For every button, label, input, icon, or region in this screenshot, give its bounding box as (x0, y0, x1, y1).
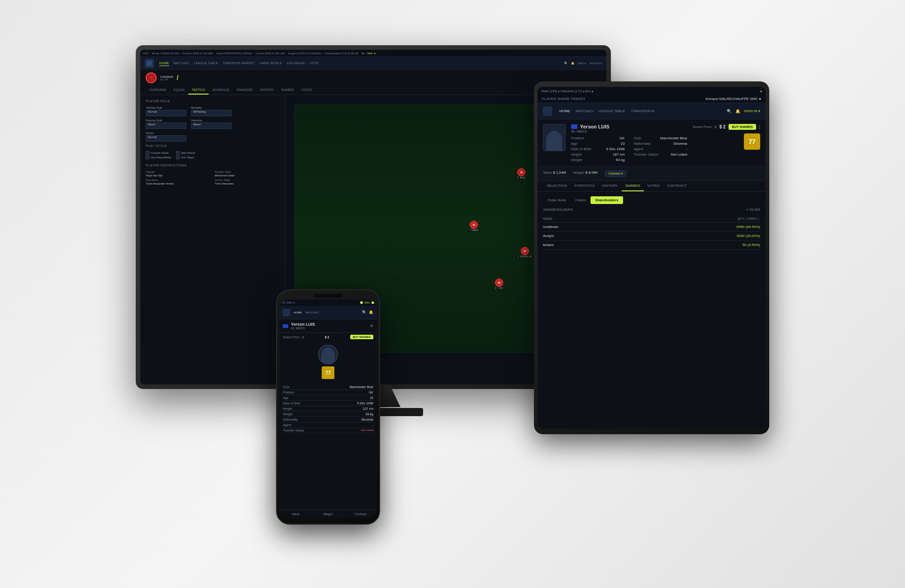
phone-nav-logo[interactable] (283, 309, 290, 316)
tab-overview[interactable]: OVERVIEW (146, 86, 170, 95)
tablet-signin[interactable]: SIGN IN ▾ (744, 109, 760, 113)
token-circle-1: 95 (517, 168, 525, 176)
mentality-select[interactable]: WifTacting (191, 110, 232, 116)
phone-tab-value[interactable]: Value (279, 510, 312, 518)
nav-exchange[interactable]: EXCHANGE (287, 61, 305, 66)
token-circle-3: 93 (521, 247, 529, 255)
attacking-select[interactable]: Mixed (191, 123, 232, 129)
phone-buy-shares-button[interactable]: BUY SHARES (350, 335, 373, 339)
tablet-nav-league[interactable]: LEAGUE TABLE (599, 109, 625, 113)
ticker-item-2: Stuart ARMSTRONG [48306] → Lorient [326]… (216, 52, 285, 55)
tab-schedule[interactable]: SCHEDULE (209, 86, 233, 95)
captain-value: Virgil Van Dijk (146, 174, 210, 177)
tablet-bell-icon[interactable]: 🔔 (735, 109, 740, 114)
tablet-nav: HOME MATCHES LEAGUE TABLE TRANSFER M... … (538, 103, 766, 119)
cb-playermaker[interactable] (146, 156, 149, 159)
value-amount: $ 1.04M (553, 171, 566, 175)
tackling-select[interactable]: Normal (146, 110, 186, 116)
tab-shares[interactable]: SHARES (277, 86, 298, 95)
tab-statistics[interactable]: STATISTICS (571, 181, 598, 191)
filter-button[interactable]: ≡ FILTER (746, 208, 760, 211)
tab-contract[interactable]: CONTRACT (663, 181, 691, 191)
nav-matches[interactable]: MATCHES (174, 61, 190, 66)
subtab-orders[interactable]: Orders (571, 196, 591, 204)
phone-stats: Club Manchester Blue Position GK Age 23 (279, 383, 377, 435)
cb-target[interactable] (176, 156, 180, 159)
contract-button[interactable]: Contract ▾ (605, 171, 626, 177)
phone-search-icon[interactable]: 🔍 (362, 310, 367, 314)
share-user: Enrique MALRECHAUFFE SMC ● (706, 97, 761, 101)
tablet-search-icon[interactable]: 🔍 (727, 109, 732, 114)
buy-shares-button[interactable]: BUY SHARES (729, 124, 757, 130)
phone-nav-matches[interactable]: MATCHES (305, 311, 319, 314)
tab-selection[interactable]: SELECTION (543, 181, 571, 191)
corners-col: Corner Taker Trent Alexander (215, 179, 280, 185)
nav-home[interactable]: HOME (159, 61, 169, 66)
tablet-shareholders: Order Book Orders Shareholders SHAREHOLD… (538, 192, 766, 429)
nav-gameworld[interactable]: GAME WORLD (260, 61, 282, 66)
weight-value: 83 kg (616, 158, 625, 162)
tab-votes[interactable]: VOTES (644, 181, 663, 191)
phone-tab-contract[interactable]: Contract (344, 510, 377, 518)
shareholders-table: NAME ↑ QTY ( 10000 ) ↑ snailbrain 6950 (… (543, 215, 760, 250)
token-name-1: B. MANA (516, 177, 527, 179)
more-options[interactable]: | (759, 124, 760, 129)
subtab-shareholders[interactable]: Shareholders (591, 196, 623, 204)
stat-nationality: Nationality Slovenia (634, 142, 687, 146)
phone-stat-age: Age 23 (283, 395, 373, 401)
phone-transfer-value: Not Listed (361, 429, 373, 432)
token-circle-5: 95 (495, 279, 503, 287)
transfer-value: Not Listed (671, 152, 687, 156)
nav-league[interactable]: LEAGUE TABLE (194, 61, 218, 66)
bell-icon[interactable]: 🔔 (571, 62, 574, 65)
player-token-5: 95 K.Y. OCK (494, 279, 505, 289)
phone-position-label: Position (283, 391, 294, 394)
tablet-nav-home[interactable]: HOME (559, 109, 570, 113)
cb-manbehind[interactable] (176, 151, 180, 155)
phone-nav-right: 🔍 🔔 (362, 310, 373, 314)
tab-votes[interactable]: VOTES (298, 86, 316, 95)
passing-select[interactable]: Mixed (146, 123, 186, 129)
club-label: Club (634, 136, 641, 140)
phone-bell-icon[interactable]: 🔔 (369, 310, 373, 314)
form-tempo: Tempo Normal (146, 132, 279, 142)
dob-value: 5 Dec 1998 (606, 147, 624, 151)
sh-qty-3: 50 (0.50%) (743, 243, 760, 247)
tempo-select[interactable]: Normal (146, 135, 186, 142)
cb-manbehind-label: Man behind (181, 152, 195, 154)
signin-btn[interactable]: SIGN IN ▾ (590, 62, 602, 65)
nav-logo[interactable] (145, 59, 154, 68)
tab-history[interactable]: HISTORY (598, 181, 621, 191)
search-icon[interactable]: 🔍 (564, 62, 567, 65)
tablet-nav-logo[interactable] (543, 107, 552, 116)
tab-history[interactable]: HISTORY (256, 86, 277, 95)
tablet-nav-transfer[interactable]: TRANSFER M... (631, 109, 657, 113)
phone-player-id: ID: 88615 (291, 327, 315, 330)
phone-club-value: Manchester Blue (349, 385, 373, 389)
phone-close-icon[interactable]: ✕ (370, 323, 373, 328)
cb-playermaker-label: Use PlayerMaker (151, 156, 171, 159)
agent-label: Agent (634, 147, 643, 151)
corners-value: Trent Alexander (215, 182, 280, 185)
ticker-bar: ERS Burak YILMAZ [N146] → Arnhem [109] f… (140, 50, 606, 57)
phone-player-header: Yerson LUIS ID: 88615 ✕ (279, 319, 377, 333)
tablet-screen: Milan [195] ● Valladolid [177] ● $rm▲ ● … (538, 87, 766, 429)
stat-position: Position GK (571, 136, 624, 140)
phone-dob-value: 5 Dec 1998 (357, 402, 373, 405)
phone-tab-wages[interactable]: Wages (312, 510, 344, 518)
nav-links: HOME MATCHES LEAGUE TABLE TRANSFER MARKE… (159, 61, 559, 66)
tablet-nav-matches[interactable]: MATCHES (576, 109, 593, 113)
lang-select[interactable]: ENG ▾ (578, 62, 586, 65)
subtab-orderbook[interactable]: Order Book (543, 196, 571, 204)
phone-age-value: 23 (370, 396, 373, 399)
tab-shares[interactable]: SHARES (622, 181, 644, 191)
tab-tactics[interactable]: TACTICS (188, 86, 209, 95)
tab-squad[interactable]: SQUAD (170, 86, 188, 95)
phone-nav-home[interactable]: HOME (294, 311, 302, 314)
nav-transfer[interactable]: TRANSFER MARKET (223, 61, 255, 66)
team-name-block: Liverpool ID: 44 (160, 75, 173, 81)
nav-vote[interactable]: VOTE (310, 61, 319, 66)
cb-counterattack[interactable] (146, 151, 149, 155)
tab-finances[interactable]: FINANCES (233, 86, 256, 95)
token-name-5: K.Y. OCK (494, 287, 505, 289)
